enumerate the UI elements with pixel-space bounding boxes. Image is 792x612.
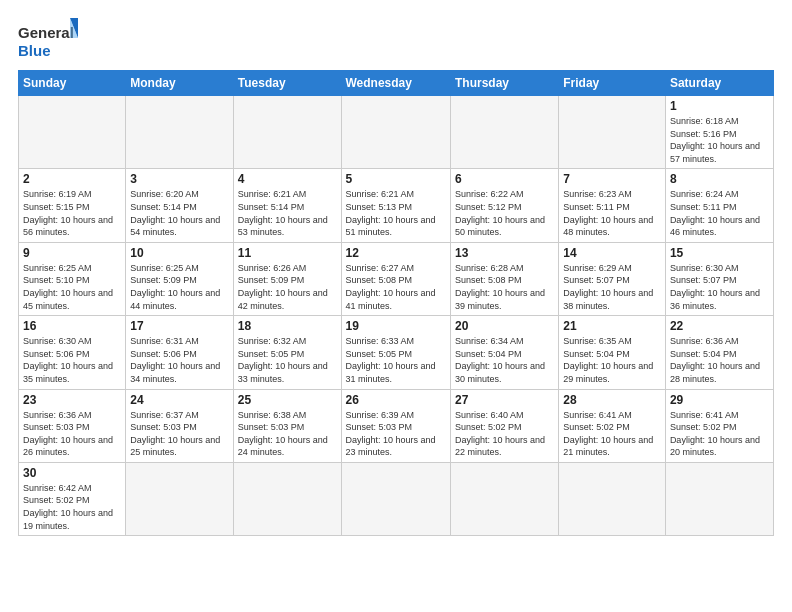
weekday-header-tuesday: Tuesday [233,71,341,96]
day-info: Sunrise: 6:34 AM Sunset: 5:04 PM Dayligh… [455,335,554,385]
weekday-header-wednesday: Wednesday [341,71,450,96]
day-number: 18 [238,319,337,333]
day-cell [559,462,666,535]
day-cell [665,462,773,535]
day-info: Sunrise: 6:24 AM Sunset: 5:11 PM Dayligh… [670,188,769,238]
day-info: Sunrise: 6:30 AM Sunset: 5:07 PM Dayligh… [670,262,769,312]
day-cell: 11Sunrise: 6:26 AM Sunset: 5:09 PM Dayli… [233,242,341,315]
day-info: Sunrise: 6:20 AM Sunset: 5:14 PM Dayligh… [130,188,228,238]
day-number: 1 [670,99,769,113]
day-cell: 1Sunrise: 6:18 AM Sunset: 5:16 PM Daylig… [665,96,773,169]
day-cell: 26Sunrise: 6:39 AM Sunset: 5:03 PM Dayli… [341,389,450,462]
day-info: Sunrise: 6:21 AM Sunset: 5:13 PM Dayligh… [346,188,446,238]
day-info: Sunrise: 6:39 AM Sunset: 5:03 PM Dayligh… [346,409,446,459]
day-cell [341,96,450,169]
day-number: 3 [130,172,228,186]
day-cell: 20Sunrise: 6:34 AM Sunset: 5:04 PM Dayli… [450,316,558,389]
day-number: 7 [563,172,661,186]
day-info: Sunrise: 6:25 AM Sunset: 5:10 PM Dayligh… [23,262,121,312]
day-cell [233,96,341,169]
day-cell [126,96,233,169]
day-cell: 7Sunrise: 6:23 AM Sunset: 5:11 PM Daylig… [559,169,666,242]
day-info: Sunrise: 6:31 AM Sunset: 5:06 PM Dayligh… [130,335,228,385]
day-cell: 23Sunrise: 6:36 AM Sunset: 5:03 PM Dayli… [19,389,126,462]
day-cell [233,462,341,535]
day-cell: 6Sunrise: 6:22 AM Sunset: 5:12 PM Daylig… [450,169,558,242]
day-info: Sunrise: 6:21 AM Sunset: 5:14 PM Dayligh… [238,188,337,238]
day-info: Sunrise: 6:23 AM Sunset: 5:11 PM Dayligh… [563,188,661,238]
day-number: 5 [346,172,446,186]
day-number: 21 [563,319,661,333]
weekday-header-monday: Monday [126,71,233,96]
day-number: 17 [130,319,228,333]
day-number: 12 [346,246,446,260]
day-cell [341,462,450,535]
day-cell [19,96,126,169]
week-row-5: 30Sunrise: 6:42 AM Sunset: 5:02 PM Dayli… [19,462,774,535]
day-number: 9 [23,246,121,260]
day-cell: 4Sunrise: 6:21 AM Sunset: 5:14 PM Daylig… [233,169,341,242]
day-info: Sunrise: 6:40 AM Sunset: 5:02 PM Dayligh… [455,409,554,459]
day-number: 29 [670,393,769,407]
day-cell: 19Sunrise: 6:33 AM Sunset: 5:05 PM Dayli… [341,316,450,389]
day-info: Sunrise: 6:42 AM Sunset: 5:02 PM Dayligh… [23,482,121,532]
day-cell: 9Sunrise: 6:25 AM Sunset: 5:10 PM Daylig… [19,242,126,315]
day-cell [559,96,666,169]
day-number: 15 [670,246,769,260]
day-info: Sunrise: 6:37 AM Sunset: 5:03 PM Dayligh… [130,409,228,459]
logo: General Blue [18,18,78,62]
day-cell: 28Sunrise: 6:41 AM Sunset: 5:02 PM Dayli… [559,389,666,462]
day-number: 22 [670,319,769,333]
day-cell [450,96,558,169]
day-number: 27 [455,393,554,407]
svg-text:Blue: Blue [18,42,51,59]
day-info: Sunrise: 6:35 AM Sunset: 5:04 PM Dayligh… [563,335,661,385]
week-row-2: 9Sunrise: 6:25 AM Sunset: 5:10 PM Daylig… [19,242,774,315]
day-info: Sunrise: 6:27 AM Sunset: 5:08 PM Dayligh… [346,262,446,312]
day-number: 14 [563,246,661,260]
day-cell: 21Sunrise: 6:35 AM Sunset: 5:04 PM Dayli… [559,316,666,389]
day-number: 25 [238,393,337,407]
day-info: Sunrise: 6:30 AM Sunset: 5:06 PM Dayligh… [23,335,121,385]
day-cell: 15Sunrise: 6:30 AM Sunset: 5:07 PM Dayli… [665,242,773,315]
weekday-header-sunday: Sunday [19,71,126,96]
day-cell: 13Sunrise: 6:28 AM Sunset: 5:08 PM Dayli… [450,242,558,315]
day-number: 30 [23,466,121,480]
weekday-header-row: SundayMondayTuesdayWednesdayThursdayFrid… [19,71,774,96]
day-cell: 2Sunrise: 6:19 AM Sunset: 5:15 PM Daylig… [19,169,126,242]
day-number: 8 [670,172,769,186]
day-info: Sunrise: 6:26 AM Sunset: 5:09 PM Dayligh… [238,262,337,312]
day-info: Sunrise: 6:28 AM Sunset: 5:08 PM Dayligh… [455,262,554,312]
day-info: Sunrise: 6:41 AM Sunset: 5:02 PM Dayligh… [563,409,661,459]
day-info: Sunrise: 6:29 AM Sunset: 5:07 PM Dayligh… [563,262,661,312]
day-info: Sunrise: 6:18 AM Sunset: 5:16 PM Dayligh… [670,115,769,165]
day-info: Sunrise: 6:33 AM Sunset: 5:05 PM Dayligh… [346,335,446,385]
day-info: Sunrise: 6:36 AM Sunset: 5:03 PM Dayligh… [23,409,121,459]
weekday-header-saturday: Saturday [665,71,773,96]
weekday-header-friday: Friday [559,71,666,96]
day-info: Sunrise: 6:38 AM Sunset: 5:03 PM Dayligh… [238,409,337,459]
day-number: 16 [23,319,121,333]
day-cell: 17Sunrise: 6:31 AM Sunset: 5:06 PM Dayli… [126,316,233,389]
day-number: 19 [346,319,446,333]
day-cell: 24Sunrise: 6:37 AM Sunset: 5:03 PM Dayli… [126,389,233,462]
day-number: 11 [238,246,337,260]
day-number: 26 [346,393,446,407]
day-info: Sunrise: 6:25 AM Sunset: 5:09 PM Dayligh… [130,262,228,312]
svg-text:General: General [18,24,74,41]
week-row-4: 23Sunrise: 6:36 AM Sunset: 5:03 PM Dayli… [19,389,774,462]
day-cell: 10Sunrise: 6:25 AM Sunset: 5:09 PM Dayli… [126,242,233,315]
header: General Blue [18,18,774,62]
day-number: 13 [455,246,554,260]
day-info: Sunrise: 6:32 AM Sunset: 5:05 PM Dayligh… [238,335,337,385]
day-number: 23 [23,393,121,407]
day-cell: 29Sunrise: 6:41 AM Sunset: 5:02 PM Dayli… [665,389,773,462]
calendar-table: SundayMondayTuesdayWednesdayThursdayFrid… [18,70,774,536]
day-info: Sunrise: 6:22 AM Sunset: 5:12 PM Dayligh… [455,188,554,238]
day-info: Sunrise: 6:41 AM Sunset: 5:02 PM Dayligh… [670,409,769,459]
day-cell: 27Sunrise: 6:40 AM Sunset: 5:02 PM Dayli… [450,389,558,462]
day-cell: 3Sunrise: 6:20 AM Sunset: 5:14 PM Daylig… [126,169,233,242]
day-cell: 12Sunrise: 6:27 AM Sunset: 5:08 PM Dayli… [341,242,450,315]
day-number: 28 [563,393,661,407]
day-number: 6 [455,172,554,186]
